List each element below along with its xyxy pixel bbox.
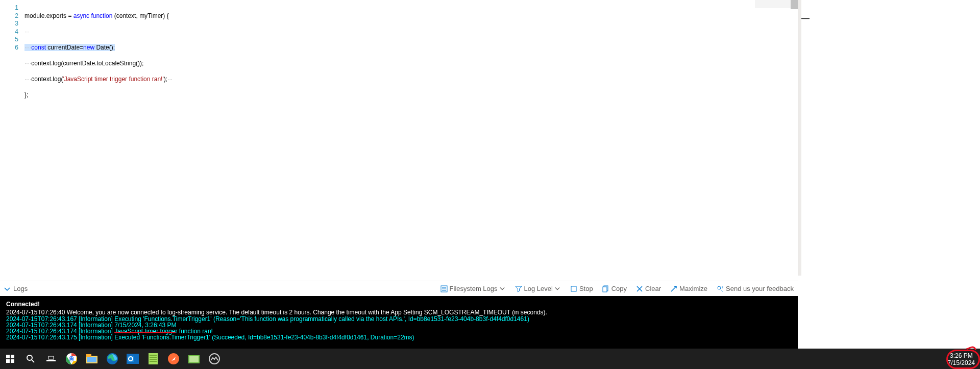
svg-rect-6: [11, 355, 14, 358]
feedback-button[interactable]: Send us your feedback: [717, 285, 794, 292]
list-icon: [440, 285, 448, 292]
line-number: 2: [0, 12, 18, 20]
taskbar-clock[interactable]: 3:26 PM 7/15/2024: [943, 351, 980, 366]
taskbar-notepadpp-icon[interactable]: [143, 349, 163, 369]
console-line: 2024-07-15T07:26:43.175 [Information] Ex…: [6, 334, 792, 340]
chevron-down-icon: [4, 286, 10, 292]
svg-point-16: [70, 357, 73, 360]
chevron-down-icon: [500, 286, 506, 292]
filter-icon: [515, 285, 522, 292]
logs-label: Logs: [13, 285, 28, 292]
line-number: 3: [0, 20, 18, 28]
taskbar-chrome-icon[interactable]: [61, 349, 82, 369]
clear-button[interactable]: Clear: [636, 285, 661, 292]
stop-icon: [570, 285, 577, 292]
editor-content[interactable]: module.exports = async function (context…: [21, 0, 173, 281]
svg-rect-8: [11, 359, 14, 363]
stop-button[interactable]: Stop: [570, 285, 593, 292]
start-button[interactable]: [0, 349, 20, 369]
svg-rect-19: [87, 357, 96, 362]
task-view-button[interactable]: [41, 349, 61, 369]
editor-scrollbar[interactable]: [791, 0, 798, 281]
logs-toolbar: Logs Filesystem Logs Log Level Stop: [0, 281, 798, 296]
minimize-icon[interactable]: —: [801, 14, 810, 22]
line-number: 1: [0, 4, 18, 12]
svg-rect-11: [48, 356, 54, 359]
svg-rect-27: [189, 356, 199, 362]
expand-icon: [670, 285, 677, 292]
copy-icon: [602, 285, 609, 292]
feedback-icon: [717, 285, 724, 292]
line-number: 5: [0, 36, 18, 44]
taskbar-postman-icon[interactable]: [163, 349, 184, 369]
chevron-down-icon: [555, 286, 561, 292]
right-panel-splitter[interactable]: [798, 0, 801, 276]
svg-rect-3: [603, 287, 607, 292]
close-icon: [636, 285, 643, 292]
maximize-button[interactable]: Maximize: [670, 285, 707, 292]
svg-rect-18: [86, 354, 91, 357]
svg-point-9: [27, 355, 32, 360]
windows-taskbar: 3:26 PM 7/15/2024: [0, 349, 980, 369]
taskbar-explorer-icon[interactable]: [82, 349, 102, 369]
log-level-dropdown[interactable]: Log Level: [515, 285, 561, 292]
console-connected: Connected!: [6, 301, 792, 307]
taskbar-outlook-icon[interactable]: [122, 349, 143, 369]
svg-rect-10: [46, 360, 56, 361]
taskbar-edge-icon[interactable]: [102, 349, 122, 369]
taskbar-app-icon[interactable]: [184, 349, 204, 369]
svg-rect-7: [6, 359, 10, 363]
svg-point-4: [718, 286, 721, 289]
editor-gutter: 1 2 3 4 5 6: [0, 0, 21, 281]
code-editor[interactable]: 1 2 3 4 5 6 module.exports = async funct…: [0, 0, 798, 281]
svg-rect-24: [149, 353, 158, 364]
taskbar-date: 7/15/2024: [948, 359, 975, 366]
svg-rect-5: [6, 355, 10, 358]
logs-toggle[interactable]: Logs: [4, 285, 28, 292]
copy-button[interactable]: Copy: [602, 285, 627, 292]
search-button[interactable]: [20, 349, 41, 369]
taskbar-photos-icon[interactable]: [204, 349, 225, 369]
filesystem-logs-dropdown[interactable]: Filesystem Logs: [440, 285, 506, 292]
line-number: 4: [0, 28, 18, 36]
line-number: 6: [0, 44, 18, 52]
taskbar-time: 3:26 PM: [948, 352, 975, 359]
editor-minimap[interactable]: [755, 0, 791, 281]
svg-rect-1: [571, 286, 576, 291]
